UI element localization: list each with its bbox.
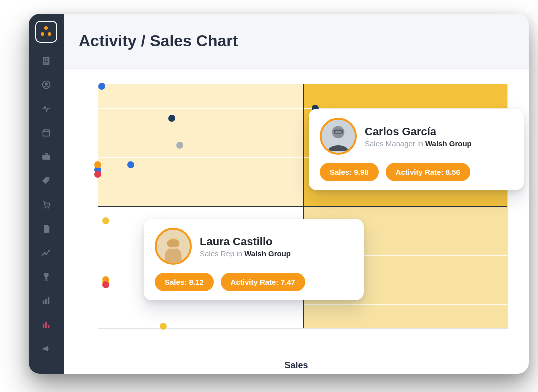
svg-point-9 — [44, 252, 46, 254]
person-card-laura[interactable]: Laura Castillo Sales Rep in Walsh Group … — [144, 219, 364, 300]
svg-rect-13 — [46, 299, 47, 304]
page-title: Activity / Sales Chart — [79, 32, 238, 50]
person-subtitle: Sales Rep in Walsh Group — [200, 249, 291, 258]
user-circle-icon[interactable] — [40, 79, 52, 91]
svg-rect-12 — [43, 301, 44, 304]
svg-point-7 — [48, 207, 50, 209]
person-company: Walsh Group — [426, 139, 472, 148]
sales-pill: Sales8.12 — [155, 273, 214, 291]
svg-point-5 — [48, 179, 48, 180]
avatar — [320, 118, 357, 155]
person-company: Walsh Group — [244, 249, 291, 258]
svg-rect-17 — [48, 325, 50, 328]
trophy-icon[interactable] — [40, 271, 52, 283]
page-header: Activity / Sales Chart — [64, 14, 529, 69]
chart-area: Activity Indicator Sales — [64, 69, 529, 374]
scatter-point[interactable] — [102, 217, 110, 224]
scatter-point[interactable] — [94, 171, 102, 178]
svg-point-2 — [46, 83, 48, 85]
scatter-point[interactable] — [160, 323, 167, 330]
person-name: Carlos García — [365, 125, 472, 138]
activity-pill: Activity Rate8.56 — [386, 163, 470, 181]
svg-point-10 — [46, 254, 48, 255]
svg-rect-4 — [43, 155, 50, 160]
person-subtitle: Sales Manager in Walsh Group — [365, 139, 472, 148]
document-icon[interactable] — [40, 223, 52, 235]
bar-chart-icon[interactable] — [40, 295, 52, 307]
calendar-icon[interactable] — [40, 127, 52, 139]
briefcase-icon[interactable] — [40, 151, 52, 163]
main-panel: Activity / Sales Chart Activity Indicato… — [64, 14, 529, 374]
person-name: Laura Castillo — [200, 235, 291, 248]
app-frame: Activity / Sales Chart Activity Indicato… — [29, 14, 529, 374]
svg-rect-15 — [43, 324, 44, 328]
scatter-point[interactable] — [168, 115, 176, 122]
activity-pill: Activity Rate7.47 — [221, 273, 306, 291]
scatter-point[interactable] — [128, 161, 134, 168]
building-icon[interactable] — [40, 55, 52, 67]
trend-icon[interactable] — [40, 247, 52, 259]
sidebar — [29, 14, 64, 374]
svg-rect-16 — [46, 322, 47, 328]
megaphone-icon[interactable] — [40, 343, 52, 355]
x-axis-label: Sales — [284, 360, 308, 371]
sales-pill: Sales9.98 — [320, 163, 379, 181]
logo-dots-icon — [41, 26, 52, 37]
scatter-point[interactable] — [94, 161, 102, 168]
cart-icon[interactable] — [40, 199, 52, 211]
tag-icon[interactable] — [40, 175, 52, 187]
scatter-point[interactable] — [176, 142, 184, 149]
svg-point-6 — [45, 207, 46, 209]
app-logo[interactable] — [36, 21, 58, 43]
person-role: Sales Manager — [365, 139, 416, 148]
scatter-point[interactable] — [102, 281, 110, 288]
scatter-point[interactable] — [98, 83, 106, 90]
pulse-icon[interactable] — [40, 103, 52, 115]
bar-chart-highlight-icon[interactable] — [40, 319, 52, 331]
svg-rect-3 — [43, 130, 50, 136]
midline-horizontal — [98, 206, 508, 207]
person-card-carlos[interactable]: Carlos García Sales Manager in Walsh Gro… — [309, 109, 524, 190]
person-role: Sales Rep — [200, 249, 234, 258]
svg-rect-14 — [48, 297, 50, 304]
svg-point-8 — [42, 254, 44, 256]
avatar — [155, 228, 192, 265]
svg-point-11 — [49, 250, 50, 252]
